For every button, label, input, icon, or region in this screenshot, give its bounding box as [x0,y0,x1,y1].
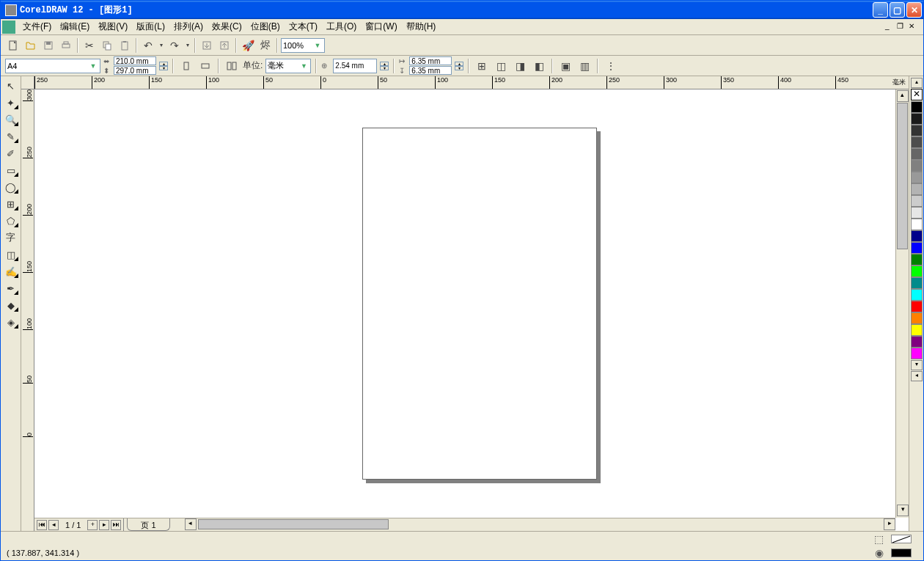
import-button[interactable] [199,37,215,54]
interactive-fill-tool[interactable]: ◈ [2,314,20,330]
nudge-spinner[interactable]: ▴▾ [380,62,389,70]
graph-paper-tool[interactable]: ⊞ [2,196,20,212]
color-swatch[interactable] [911,207,923,219]
palette-scroll-down[interactable]: ▾ [911,360,923,370]
zoom-tool[interactable]: 🔍 [2,111,20,128]
color-swatch[interactable] [911,101,923,113]
cut-button[interactable]: ✂ [81,37,98,54]
options-button[interactable]: ▥ [576,58,593,74]
snap-guides-button[interactable]: ◫ [493,58,509,74]
color-swatch[interactable] [911,336,923,348]
redo-button[interactable]: ↷ [166,37,183,54]
snap-dynamic-button[interactable]: ◧ [531,58,547,74]
color-swatch[interactable] [911,348,923,359]
new-button[interactable] [5,37,21,54]
freehand-tool[interactable]: ✎ [2,128,20,144]
color-swatch[interactable] [911,219,923,230]
prev-page-button[interactable]: ◂ [48,520,59,530]
scroll-down-button[interactable]: ▾ [897,505,909,516]
color-swatch[interactable] [911,183,923,195]
next-page-button[interactable]: ▸ [99,520,109,530]
menu-layout[interactable]: 版面(L) [132,19,169,34]
zoom-input[interactable] [283,41,312,50]
treat-as-filled-button[interactable]: ▣ [557,58,573,74]
color-swatch[interactable] [911,301,923,312]
dup-x-input[interactable] [409,56,452,65]
menu-file[interactable]: 文件(F) [18,19,56,34]
export-button[interactable] [216,37,232,54]
unit-combo[interactable]: ▼ [265,59,311,73]
redo-dropdown[interactable]: ▾ [184,37,191,54]
doc-restore-button[interactable]: ❐ [897,22,907,32]
add-page-button[interactable]: + [87,520,98,530]
horizontal-scrollbar[interactable]: ◂ ▸ [185,518,895,531]
color-swatch[interactable] [911,148,923,160]
palette-scroll-up[interactable]: ▴ [911,78,923,88]
menu-bitmaps[interactable]: 位图(B) [246,19,285,34]
page-dim-spinner[interactable]: ▴▾ [159,62,168,70]
color-swatch[interactable] [911,172,923,183]
eyedropper-tool[interactable]: ✍ [2,263,20,279]
toolbar-options-button[interactable]: ⋮ [603,58,619,74]
pick-tool[interactable]: ↖ [2,78,20,94]
open-button[interactable] [23,37,39,54]
paper-size-combo[interactable]: ▼ [5,59,100,73]
app-launcher-button[interactable]: 🚀 [240,37,256,54]
zoom-dropdown-icon[interactable]: ▼ [312,42,323,49]
undo-dropdown[interactable]: ▾ [158,37,165,54]
snap-objects-button[interactable]: ◨ [512,58,528,74]
text-tool[interactable]: 字 [2,230,20,246]
dup-y-input[interactable] [409,66,452,75]
no-color-swatch[interactable] [911,89,923,100]
menu-text[interactable]: 文本(T) [285,19,322,34]
interactive-blend-tool[interactable]: ◫ [2,246,20,263]
unit-input[interactable] [268,62,298,70]
drawing-page[interactable] [362,128,597,480]
shape-tool[interactable]: ✦ [2,95,20,111]
color-swatch[interactable] [911,254,923,265]
canvas-viewport[interactable] [34,89,895,518]
scroll-left-button[interactable]: ◂ [185,518,197,530]
menu-tools[interactable]: 工具(O) [322,19,361,34]
control-menu-icon[interactable] [2,21,15,34]
menu-window[interactable]: 窗口(W) [361,19,401,34]
vertical-ruler[interactable]: 300250200150100500 [21,89,34,531]
nudge-input[interactable] [333,59,377,73]
doc-close-button[interactable]: ✕ [909,22,919,32]
vscroll-thumb[interactable] [897,103,908,249]
color-swatch[interactable] [911,312,923,324]
color-swatch[interactable] [911,125,923,136]
dup-spinner[interactable]: ▴▾ [455,62,463,70]
basic-shapes-tool[interactable]: ⬠ [2,213,20,229]
unit-dropdown-icon[interactable]: ▼ [298,62,309,70]
horizontal-ruler[interactable]: 2502001501005005010015020025030035040045… [34,76,909,89]
rectangle-tool[interactable]: ▭ [2,162,20,178]
print-button[interactable] [58,37,74,54]
page-height-input[interactable] [114,66,156,75]
save-button[interactable] [40,37,56,54]
menu-view[interactable]: 视图(V) [94,19,132,34]
outline-swatch-black[interactable] [891,549,912,557]
window-minimize-button[interactable]: _ [873,2,888,18]
undo-button[interactable]: ↶ [140,37,156,54]
copy-button[interactable] [99,37,115,54]
menu-effects[interactable]: 效果(C) [208,19,246,34]
color-swatch[interactable] [911,242,923,254]
color-swatch[interactable] [911,277,923,289]
last-page-button[interactable]: ⏭ [111,520,121,530]
scroll-right-button[interactable]: ▸ [884,518,895,530]
first-page-button[interactable]: ⏮ [37,520,47,530]
vertical-scrollbar[interactable]: ▴ ▾ [895,89,909,518]
color-swatch[interactable] [911,160,923,172]
ruler-origin[interactable] [21,76,34,89]
smart-draw-tool[interactable]: ✐ [2,145,20,161]
hscroll-thumb[interactable] [198,519,389,529]
menu-edit[interactable]: 编辑(E) [56,19,94,34]
paper-size-dropdown-icon[interactable]: ▼ [88,62,98,70]
landscape-button[interactable] [197,58,213,74]
window-close-button[interactable]: ✕ [906,2,922,18]
portrait-button[interactable] [178,58,194,74]
menu-help[interactable]: 帮助(H) [402,19,441,34]
color-swatch[interactable] [911,195,923,207]
page-width-input[interactable] [114,56,156,65]
